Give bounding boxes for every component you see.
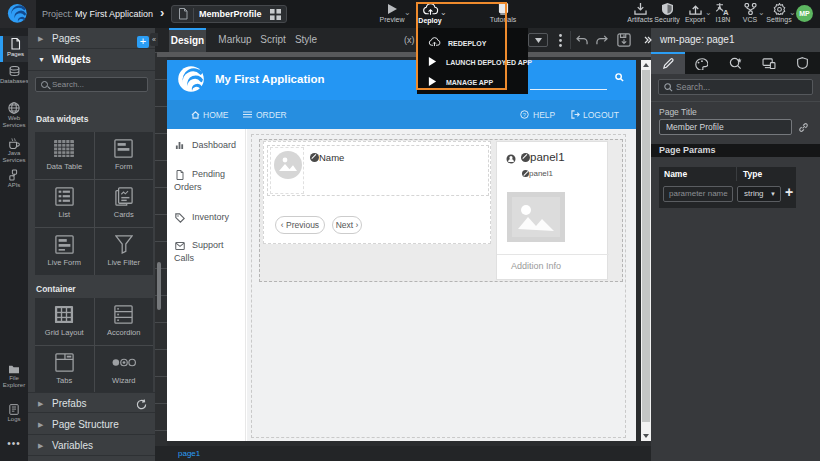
svg-text:A: A — [723, 8, 729, 15]
svg-text:?: ? — [523, 112, 527, 118]
